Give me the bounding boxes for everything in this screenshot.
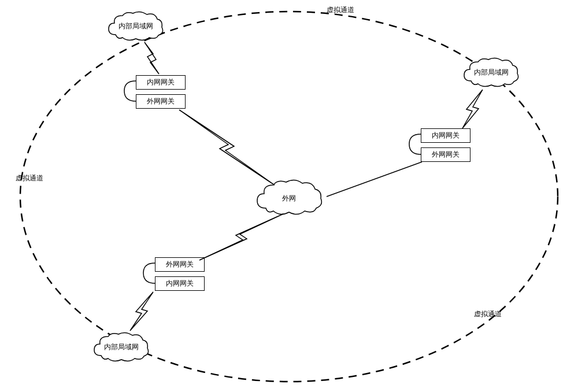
lightning-bottom-center: [194, 211, 298, 269]
lan-cloud-topleft: 内部局域网: [104, 9, 168, 43]
lightning-topleft-lan: [139, 39, 168, 80]
lightning-topright-lan: [457, 87, 491, 133]
svg-line-1: [327, 162, 422, 197]
external-network-label: 外网: [282, 193, 296, 203]
virtual-channel-label-top: 虚拟通道: [327, 5, 354, 15]
lan-cloud-topright: 内部局域网: [460, 55, 523, 90]
network-diagram: 虚拟通道 虚拟通道 虚拟通道 外网 内部局域网 内网网关 外网网关 内部局域网 …: [0, 0, 578, 392]
virtual-channel-label-left: 虚拟通道: [16, 173, 43, 183]
inner-gateway-bottom: 内网网关: [155, 276, 205, 291]
lightning-topleft-center: [173, 107, 289, 194]
lightning-bottom-lan: [124, 289, 159, 335]
line-topright-center: [321, 159, 436, 217]
gateway-loop-topleft: [121, 78, 139, 104]
gateway-loop-topright: [406, 131, 424, 157]
virtual-channel-label-right: 虚拟通道: [474, 309, 502, 319]
lan-label-topright: 内部局域网: [474, 68, 509, 77]
lan-label-bottom: 内部局域网: [104, 342, 139, 352]
lan-label-topleft: 内部局域网: [118, 21, 153, 31]
gateway-loop-bottom: [140, 260, 158, 286]
